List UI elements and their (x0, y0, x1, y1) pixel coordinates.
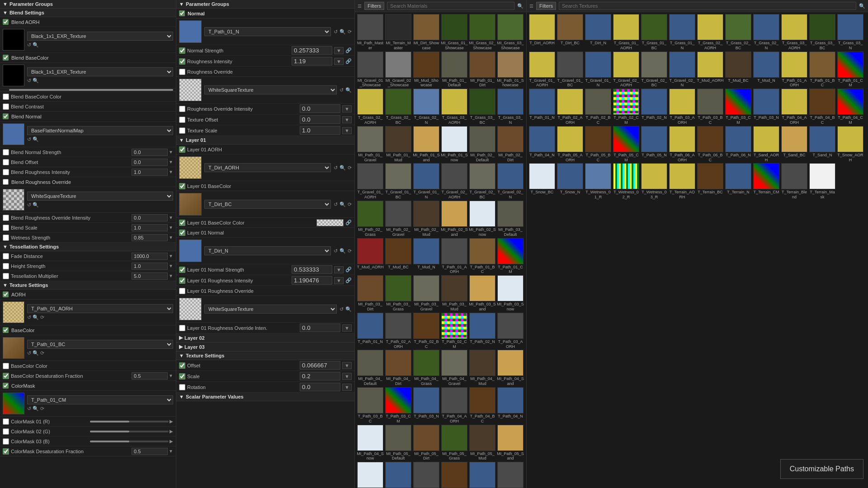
list-item[interactable]: T_Gravel_01_AORH (357, 163, 384, 200)
list-item[interactable]: MI_Dirt_Showcase (413, 14, 440, 51)
list-item[interactable]: T_Path_03_CM (385, 387, 412, 424)
reset-icon[interactable]: ↺ (334, 165, 338, 171)
list-item[interactable]: MI_Path_01_Gravel (357, 126, 384, 163)
search-icon[interactable]: 🔍 (33, 406, 39, 412)
texture-scale-val[interactable] (300, 126, 340, 135)
list-item[interactable]: MI_Path_05_Mud (469, 425, 496, 461)
normal-strength-val[interactable] (292, 46, 332, 55)
search-icon[interactable]: 🔍 (345, 306, 352, 312)
list-item[interactable]: MI_Path_01_Showcase (497, 52, 524, 88)
layer01-roughness-override-intensity-chk[interactable] (179, 325, 185, 331)
list-item[interactable]: T_Path_03_N (753, 89, 780, 125)
layer01-roughness-override-chk[interactable] (179, 288, 185, 294)
list-item[interactable]: MI_Path_04_Sand (497, 350, 524, 386)
list-item[interactable]: MI_Path_03_Default (497, 201, 524, 237)
list-item[interactable]: T_Grass_03_BC (809, 14, 836, 51)
list-item[interactable]: MI_Terrain_Master (385, 14, 412, 51)
layer01-normal-strength-chk[interactable] (179, 267, 185, 273)
list-item[interactable]: T_Grass_02_N (753, 14, 780, 51)
list-item[interactable]: T_Sand_AORH (753, 126, 780, 163)
list-item[interactable]: T_Path_06_BC (697, 126, 724, 163)
search-icon[interactable]: 🔍 (345, 87, 352, 93)
list-item[interactable]: T_Path_04_AORH (781, 89, 808, 125)
layer01-basecolor-color-chk[interactable] (179, 220, 185, 226)
search-icon[interactable]: 🔍 (33, 202, 39, 208)
reset-small-icon[interactable]: ▼ (334, 47, 344, 54)
reset-small-icon[interactable]: ▼ (342, 116, 352, 123)
down-arrow-icon[interactable]: ▼ (169, 225, 173, 230)
reset-icon[interactable]: ↺ (27, 136, 31, 142)
list-item[interactable]: T_Path_02_AORH (385, 313, 412, 349)
list-item[interactable]: MI_Path_03_Dirt (357, 275, 384, 312)
list-item[interactable]: T_Path_04_BC (809, 89, 836, 125)
rotation-chk[interactable] (179, 384, 185, 390)
search-icon[interactable]: 🔍 (340, 29, 346, 35)
list-item[interactable]: MI_Path_03_Sand (469, 275, 496, 312)
list-item[interactable]: T_Path_01_AORH (781, 52, 808, 88)
blend-offset-chk[interactable] (3, 159, 9, 165)
height-strength-val[interactable] (132, 263, 168, 270)
list-item[interactable]: T_Path_05_BC (441, 462, 468, 488)
colormask-select[interactable]: T_Path_01_CM (27, 395, 173, 404)
list-item[interactable]: MI_Path_03_Snow (497, 275, 524, 312)
list-item[interactable]: T_Path_05_N (641, 126, 668, 163)
list-item[interactable]: T_Sand_N (809, 126, 836, 163)
list-item[interactable]: MI_Path_03_Gravel (413, 275, 440, 312)
list-item[interactable]: T_Dirt_BC (557, 14, 584, 51)
list-item[interactable]: MI_Path_05_Grass (441, 425, 468, 461)
list-item[interactable]: T_Terrain_BC (697, 163, 724, 200)
list-item[interactable]: T_Path_01_BC (809, 52, 836, 88)
list-item[interactable]: MI_Path_01_Default (441, 52, 468, 88)
roughness-intensity-val[interactable] (292, 57, 332, 66)
blend-roughness-override-chk[interactable] (3, 179, 9, 185)
list-item[interactable]: T_Gravel_01_AORH (528, 52, 556, 88)
list-item[interactable]: T_Terrain_Blend (781, 163, 808, 200)
texture-settings-header[interactable]: ▼ Texture Settings (0, 281, 176, 290)
refresh-icon[interactable]: ⟳ (348, 202, 352, 207)
list-item[interactable]: MI_Path_02_Default (469, 126, 496, 163)
texture-scale-chk[interactable] (179, 127, 185, 134)
search-icon[interactable]: 🔍 (340, 248, 346, 254)
list-item[interactable]: T_Wetness_01_R (585, 163, 612, 200)
list-item[interactable]: T_Path_03_BC (697, 89, 724, 125)
list-item[interactable]: T_Path_01_N (528, 89, 556, 125)
fade-distance-chk[interactable] (3, 253, 9, 259)
layer01-basecolor-color-swatch[interactable] (316, 219, 344, 226)
down-arrow-icon[interactable]: ▼ (169, 150, 173, 155)
list-item[interactable]: T_Path_04_AORH (441, 387, 468, 424)
down-arrow-icon[interactable]: ▼ (169, 160, 173, 164)
list-item[interactable]: MI_Path_04_Gravel (441, 350, 468, 386)
list-item[interactable]: T_Gravel_02_AORH (613, 52, 640, 88)
chain-icon[interactable]: 🔗 (345, 58, 352, 64)
list-item[interactable]: MI_Path_04_Grass (413, 350, 440, 386)
reset-icon[interactable]: ↺ (340, 306, 344, 312)
list-item[interactable]: T_Gravel_01_BC (385, 163, 412, 200)
down-arrow-icon[interactable]: ▼ (169, 373, 173, 378)
list-item[interactable]: T_Gravel_02_N (669, 52, 696, 88)
layer01-normal-strength-val[interactable] (292, 265, 332, 274)
tessellation-settings-header[interactable]: ▼ Tessellation Settings (0, 243, 176, 251)
chain-icon[interactable]: 🔗 (345, 220, 352, 225)
list-item[interactable]: T_Snow_N (557, 163, 584, 200)
normal-checkbox[interactable] (179, 10, 185, 16)
layer01-roughness-override-intensity-val[interactable] (300, 324, 340, 332)
layer03-header[interactable]: ▶ Layer 03 (176, 343, 354, 352)
wetness-strength-val[interactable] (132, 234, 168, 241)
list-item[interactable]: T_Grass_02_BC (385, 89, 412, 125)
list-item[interactable]: T_Path_02_N (469, 313, 496, 349)
layer01-basecolor-select[interactable]: T_Dirt_BC (204, 200, 331, 209)
list-item[interactable]: MI_Path_01_Mud (385, 126, 412, 163)
list-item[interactable]: T_Grass_02_BC (725, 14, 752, 51)
reset-small-icon[interactable]: ▼ (342, 384, 352, 391)
blend-roughness-intensity-val[interactable] (132, 169, 168, 176)
list-item[interactable]: T_Path_03_BC (357, 387, 384, 424)
list-item[interactable]: T_Terrain_Mask (809, 163, 836, 200)
layer02-header[interactable]: ▶ Layer 02 (176, 333, 354, 343)
list-item[interactable]: MI_Path_01_Snow (441, 126, 468, 163)
list-item[interactable]: T_Path_01_CM (497, 238, 524, 275)
blend-normal-strength-chk[interactable] (3, 149, 9, 155)
list-item[interactable]: T_Gravel_01_N (585, 52, 612, 88)
blend-roughness-intensity-chk[interactable] (3, 169, 9, 175)
list-item[interactable]: T_Path_05_BC (585, 126, 612, 163)
scale-val[interactable] (300, 372, 340, 380)
